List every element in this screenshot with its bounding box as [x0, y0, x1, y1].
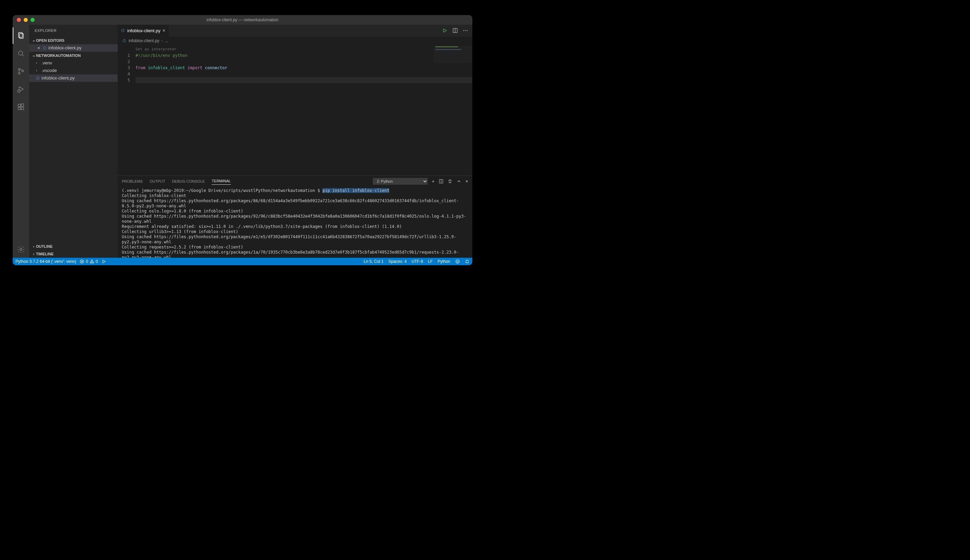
panel-tabs: PROBLEMS OUTPUT DEBUG CONSOLE TERMINAL 2… [118, 176, 472, 187]
activity-bar [13, 25, 29, 258]
svg-point-13 [20, 248, 22, 250]
breadcrumb[interactable]: ⌬ infoblox-client.py › ... [118, 37, 472, 45]
outline-header[interactable]: › OUTLINE [29, 243, 118, 250]
svg-point-4 [18, 68, 20, 70]
activity-search-icon[interactable] [13, 45, 29, 62]
chevron-right-icon: › [31, 252, 36, 256]
chevron-down-icon: ⌄ [31, 53, 36, 58]
status-problems[interactable]: 0 0 [80, 259, 98, 264]
svg-rect-0 [18, 33, 22, 37]
close-window-button[interactable] [17, 18, 21, 22]
minimap[interactable] [434, 46, 472, 63]
status-notifications-icon[interactable] [465, 259, 470, 264]
svg-rect-1 [20, 33, 23, 38]
bottom-panel: PROBLEMS OUTPUT DEBUG CONSOLE TERMINAL 2… [118, 175, 472, 258]
maximize-window-button[interactable] [30, 18, 35, 22]
activity-settings-icon[interactable] [13, 241, 29, 258]
activity-run-debug-icon[interactable] [13, 81, 29, 97]
status-bar: Python 3.7.2 64-bit ('.venv': venv) 0 0 … [13, 258, 472, 265]
new-terminal-icon[interactable]: + [432, 178, 435, 184]
open-editor-item[interactable]: × ⌬ infoblox-client.py [29, 44, 118, 52]
tab-infoblox-client[interactable]: ⌬ infoblox-client.py × [118, 25, 169, 37]
terminal-selector[interactable]: 2: Python [373, 178, 428, 185]
window-title: infoblox-client.py — networkautomation [206, 17, 278, 22]
svg-marker-14 [443, 29, 447, 32]
panel-tab-problems[interactable]: PROBLEMS [122, 179, 143, 183]
status-run-icon[interactable] [102, 259, 106, 264]
timeline-header[interactable]: › TIMELINE [29, 250, 118, 258]
code-editor[interactable]: 12345 Set as interpreter#!/usr/bin/env p… [118, 45, 472, 175]
explorer-sidebar: EXPLORER ⌄ OPEN EDITORS × ⌬ infoblox-cli… [29, 25, 118, 258]
python-file-icon: ⌬ [122, 38, 126, 43]
svg-rect-12 [21, 104, 23, 106]
line-number-gutter: 12345 [118, 45, 135, 175]
activity-extensions-icon[interactable] [13, 99, 29, 115]
svg-point-18 [465, 30, 466, 31]
status-ln-col[interactable]: Ln 5, Col 1 [364, 259, 383, 264]
svg-point-6 [22, 70, 23, 72]
svg-rect-10 [18, 107, 20, 110]
panel-tab-output[interactable]: OUTPUT [150, 179, 165, 183]
panel-tab-debug-console[interactable]: DEBUG CONSOLE [172, 179, 205, 183]
kill-terminal-icon[interactable] [448, 179, 452, 184]
terminal-output[interactable]: (.venv) jemurray@mbp-2019:~/Google Drive… [118, 187, 472, 258]
svg-rect-9 [18, 104, 20, 107]
svg-point-2 [18, 51, 23, 55]
minimize-window-button[interactable] [23, 18, 28, 22]
chevron-right-icon: › [36, 68, 40, 72]
open-editors-header[interactable]: ⌄ OPEN EDITORS [29, 37, 118, 44]
svg-point-19 [467, 30, 468, 31]
status-feedback-icon[interactable] [455, 259, 460, 264]
split-terminal-icon[interactable] [439, 179, 443, 184]
activity-explorer-icon[interactable] [13, 27, 29, 44]
status-indentation[interactable]: Spaces: 4 [388, 259, 406, 264]
python-file-icon: ⌬ [121, 28, 124, 33]
svg-rect-11 [21, 107, 23, 110]
traffic-lights [13, 18, 35, 22]
folder-vscode[interactable]: › .vscode [29, 67, 118, 74]
svg-point-17 [463, 30, 464, 31]
folder-venv[interactable]: › .venv [29, 59, 118, 67]
split-editor-icon[interactable] [452, 28, 458, 33]
activity-source-control-icon[interactable] [13, 63, 29, 80]
status-python-interpreter[interactable]: Python 3.7.2 64-bit ('.venv': venv) [15, 259, 76, 264]
status-language[interactable]: Python [438, 259, 450, 264]
status-encoding[interactable]: UTF-8 [411, 259, 423, 264]
svg-line-3 [22, 55, 24, 56]
python-file-icon: ⌬ [36, 76, 39, 80]
run-file-icon[interactable] [442, 28, 448, 33]
python-file-icon: ⌬ [43, 46, 46, 50]
close-tab-icon[interactable]: × [162, 28, 166, 33]
svg-point-27 [92, 262, 92, 263]
status-eol[interactable]: LF [428, 259, 433, 264]
maximize-panel-icon[interactable] [457, 179, 462, 184]
editor-tabs: ⌬ infoblox-client.py × [118, 25, 472, 37]
close-panel-icon[interactable]: × [465, 178, 468, 184]
more-actions-icon[interactable] [463, 28, 468, 33]
svg-point-29 [456, 260, 460, 263]
svg-marker-28 [102, 260, 105, 263]
titlebar: infoblox-client.py — networkautomation [13, 15, 472, 25]
close-editor-icon[interactable]: × [36, 45, 42, 51]
chevron-right-icon: › [161, 38, 162, 43]
code-content[interactable]: Set as interpreter#!/usr/bin/env pythonf… [135, 45, 472, 175]
workspace-header[interactable]: ⌄ NETWORKAUTOMATION [29, 52, 118, 59]
chevron-right-icon: › [31, 244, 36, 248]
svg-point-30 [457, 261, 457, 261]
chevron-down-icon: ⌄ [31, 38, 36, 42]
vscode-window: infoblox-client.py — networkautomation [13, 15, 472, 265]
panel-tab-terminal[interactable]: TERMINAL [212, 179, 231, 185]
svg-point-5 [18, 72, 20, 74]
file-infoblox-client[interactable]: ⌬ infoblox-client.py [29, 74, 118, 82]
chevron-right-icon: › [36, 61, 40, 65]
editor-area: ⌬ infoblox-client.py × ⌬ [118, 25, 472, 258]
explorer-title: EXPLORER [29, 25, 118, 37]
